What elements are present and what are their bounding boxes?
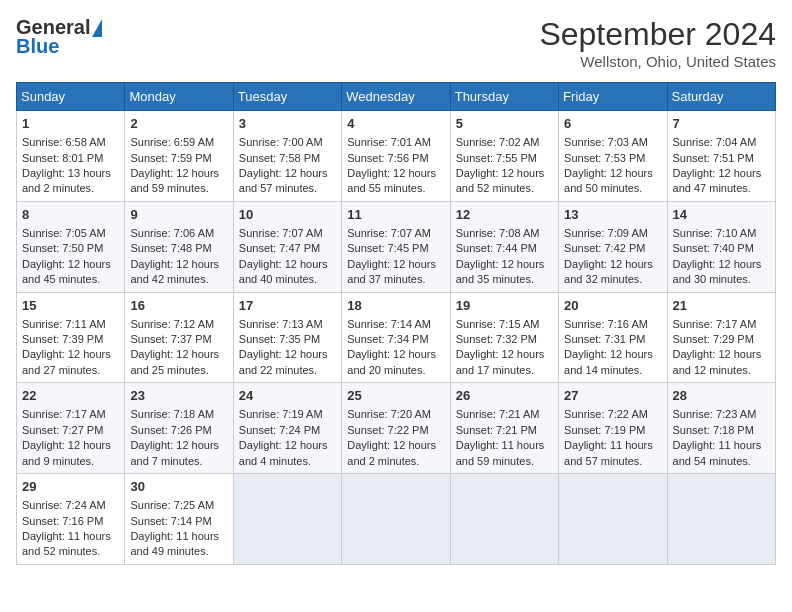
calendar-cell: 28Sunrise: 7:23 AMSunset: 7:18 PMDayligh… [667,383,775,474]
title-block: September 2024 Wellston, Ohio, United St… [539,16,776,70]
day-number: 19 [456,297,553,315]
sunset-text: Sunset: 7:58 PM [239,152,320,164]
sunrise-text: Sunrise: 7:04 AM [673,136,757,148]
calendar-header-row: SundayMondayTuesdayWednesdayThursdayFrid… [17,83,776,111]
daylight-text: Daylight: 12 hours and 50 minutes. [564,167,653,194]
calendar-cell: 20Sunrise: 7:16 AMSunset: 7:31 PMDayligh… [559,292,667,383]
sunset-text: Sunset: 7:39 PM [22,333,103,345]
sunrise-text: Sunrise: 7:18 AM [130,408,214,420]
daylight-text: Daylight: 11 hours and 49 minutes. [130,530,219,557]
sunset-text: Sunset: 7:55 PM [456,152,537,164]
calendar-cell: 3Sunrise: 7:00 AMSunset: 7:58 PMDaylight… [233,111,341,202]
calendar-cell: 1Sunrise: 6:58 AMSunset: 8:01 PMDaylight… [17,111,125,202]
calendar-row: 22Sunrise: 7:17 AMSunset: 7:27 PMDayligh… [17,383,776,474]
calendar-cell: 19Sunrise: 7:15 AMSunset: 7:32 PMDayligh… [450,292,558,383]
calendar-cell [233,474,341,565]
sunrise-text: Sunrise: 7:24 AM [22,499,106,511]
calendar-cell: 6Sunrise: 7:03 AMSunset: 7:53 PMDaylight… [559,111,667,202]
daylight-text: Daylight: 12 hours and 20 minutes. [347,348,436,375]
day-number: 23 [130,387,227,405]
day-header-thursday: Thursday [450,83,558,111]
sunrise-text: Sunrise: 7:20 AM [347,408,431,420]
calendar-cell [667,474,775,565]
day-number: 28 [673,387,770,405]
day-number: 24 [239,387,336,405]
calendar-cell: 24Sunrise: 7:19 AMSunset: 7:24 PMDayligh… [233,383,341,474]
calendar-cell: 17Sunrise: 7:13 AMSunset: 7:35 PMDayligh… [233,292,341,383]
daylight-text: Daylight: 12 hours and 45 minutes. [22,258,111,285]
daylight-text: Daylight: 12 hours and 27 minutes. [22,348,111,375]
sunrise-text: Sunrise: 7:05 AM [22,227,106,239]
calendar-cell [559,474,667,565]
sunrise-text: Sunrise: 7:17 AM [22,408,106,420]
sunrise-text: Sunrise: 7:23 AM [673,408,757,420]
daylight-text: Daylight: 12 hours and 14 minutes. [564,348,653,375]
day-number: 14 [673,206,770,224]
sunrise-text: Sunrise: 6:59 AM [130,136,214,148]
daylight-text: Daylight: 12 hours and 42 minutes. [130,258,219,285]
sunrise-text: Sunrise: 7:10 AM [673,227,757,239]
calendar-cell: 11Sunrise: 7:07 AMSunset: 7:45 PMDayligh… [342,201,450,292]
sunrise-text: Sunrise: 7:11 AM [22,318,106,330]
calendar-cell: 13Sunrise: 7:09 AMSunset: 7:42 PMDayligh… [559,201,667,292]
daylight-text: Daylight: 12 hours and 57 minutes. [239,167,328,194]
sunrise-text: Sunrise: 7:08 AM [456,227,540,239]
daylight-text: Daylight: 11 hours and 59 minutes. [456,439,545,466]
calendar-cell: 15Sunrise: 7:11 AMSunset: 7:39 PMDayligh… [17,292,125,383]
sunrise-text: Sunrise: 6:58 AM [22,136,106,148]
sunrise-text: Sunrise: 7:22 AM [564,408,648,420]
sunset-text: Sunset: 7:16 PM [22,515,103,527]
calendar-cell: 21Sunrise: 7:17 AMSunset: 7:29 PMDayligh… [667,292,775,383]
sunrise-text: Sunrise: 7:03 AM [564,136,648,148]
day-number: 8 [22,206,119,224]
calendar-title: September 2024 [539,16,776,53]
day-number: 20 [564,297,661,315]
calendar-cell: 14Sunrise: 7:10 AMSunset: 7:40 PMDayligh… [667,201,775,292]
sunrise-text: Sunrise: 7:06 AM [130,227,214,239]
sunrise-text: Sunrise: 7:17 AM [673,318,757,330]
daylight-text: Daylight: 12 hours and 2 minutes. [347,439,436,466]
daylight-text: Daylight: 12 hours and 7 minutes. [130,439,219,466]
sunset-text: Sunset: 7:42 PM [564,242,645,254]
calendar-row: 15Sunrise: 7:11 AMSunset: 7:39 PMDayligh… [17,292,776,383]
sunset-text: Sunset: 7:37 PM [130,333,211,345]
daylight-text: Daylight: 12 hours and 55 minutes. [347,167,436,194]
day-number: 3 [239,115,336,133]
day-number: 4 [347,115,444,133]
daylight-text: Daylight: 12 hours and 9 minutes. [22,439,111,466]
calendar-cell: 30Sunrise: 7:25 AMSunset: 7:14 PMDayligh… [125,474,233,565]
day-number: 30 [130,478,227,496]
sunset-text: Sunset: 7:29 PM [673,333,754,345]
day-number: 17 [239,297,336,315]
sunset-text: Sunset: 8:01 PM [22,152,103,164]
sunset-text: Sunset: 7:45 PM [347,242,428,254]
sunset-text: Sunset: 7:50 PM [22,242,103,254]
sunrise-text: Sunrise: 7:15 AM [456,318,540,330]
day-number: 26 [456,387,553,405]
sunrise-text: Sunrise: 7:13 AM [239,318,323,330]
sunset-text: Sunset: 7:56 PM [347,152,428,164]
daylight-text: Daylight: 11 hours and 57 minutes. [564,439,653,466]
calendar-cell: 9Sunrise: 7:06 AMSunset: 7:48 PMDaylight… [125,201,233,292]
sunrise-text: Sunrise: 7:02 AM [456,136,540,148]
sunset-text: Sunset: 7:24 PM [239,424,320,436]
sunset-text: Sunset: 7:21 PM [456,424,537,436]
sunrise-text: Sunrise: 7:25 AM [130,499,214,511]
daylight-text: Daylight: 12 hours and 59 minutes. [130,167,219,194]
day-header-saturday: Saturday [667,83,775,111]
calendar-cell: 10Sunrise: 7:07 AMSunset: 7:47 PMDayligh… [233,201,341,292]
daylight-text: Daylight: 13 hours and 2 minutes. [22,167,111,194]
day-number: 29 [22,478,119,496]
calendar-cell: 16Sunrise: 7:12 AMSunset: 7:37 PMDayligh… [125,292,233,383]
sunrise-text: Sunrise: 7:12 AM [130,318,214,330]
day-header-friday: Friday [559,83,667,111]
calendar-cell: 29Sunrise: 7:24 AMSunset: 7:16 PMDayligh… [17,474,125,565]
calendar-cell [342,474,450,565]
calendar-cell: 4Sunrise: 7:01 AMSunset: 7:56 PMDaylight… [342,111,450,202]
sunrise-text: Sunrise: 7:19 AM [239,408,323,420]
sunset-text: Sunset: 7:26 PM [130,424,211,436]
day-number: 6 [564,115,661,133]
sunset-text: Sunset: 7:53 PM [564,152,645,164]
calendar-cell [450,474,558,565]
sunset-text: Sunset: 7:44 PM [456,242,537,254]
